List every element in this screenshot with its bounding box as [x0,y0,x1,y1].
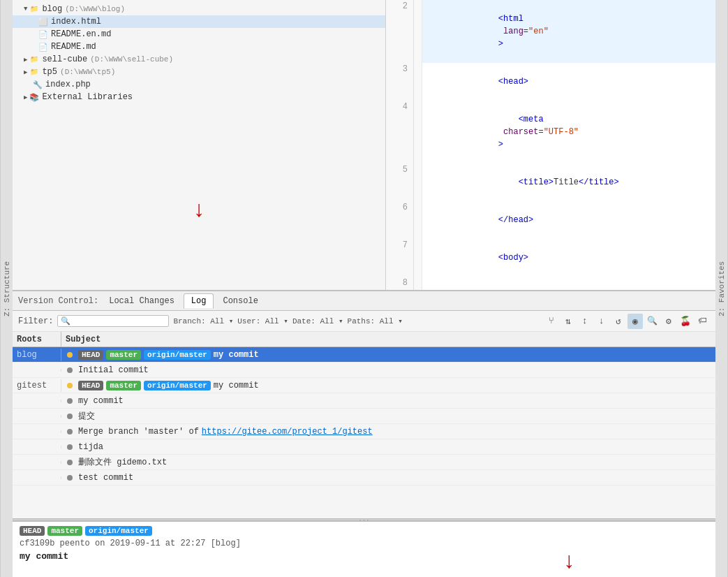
md-file-icon: 📄 [38,29,49,40]
head-tag: HEAD [78,350,103,360]
header-roots: Roots [13,332,61,346]
detail-message: my commit [20,551,708,562]
log-row-mycommit[interactable]: my commit [13,393,715,409]
code-line-7: 7 <body> [386,239,715,277]
commit-message: Merge branch 'master' of [78,427,199,437]
search-icon: 🔍 [61,316,70,326]
file-tree-panel: ▼ 📁 blog (D:\WWW\blog) ⬜ index.html 📄 RE… [13,0,386,290]
log-subject-cell: HEAD master origin/master my commit [61,349,715,361]
z-structure-label: Z: Structure [3,261,11,316]
commit-message: Initial commit [78,365,149,375]
tree-item-external-libs[interactable]: ▶ 📚 External Libraries [13,91,385,103]
highlight-icon[interactable]: ◉ [627,314,643,329]
detail-meta: cf3109b peento on 2019-09-11 at 22:27 [b… [20,539,708,548]
tree-item-tp5[interactable]: ▶ 📁 tp5 (D:\WWW\tp5) [13,66,385,78]
favorites-sidebar[interactable]: 2: Favorites [715,0,728,577]
code-line-5: 5 <title>Title</title> [386,163,715,201]
refresh-icon[interactable]: ↺ [611,314,626,329]
merge-link[interactable]: https://gitee.com/project_1/gitest [202,427,373,437]
tab-bar: Version Control: Local Changes Log Conso… [13,291,715,311]
chevron-down-icon: ▼ [24,6,27,13]
tree-item-label: README.md [51,42,96,52]
log-row-tijiao[interactable]: 提交 [13,409,715,424]
commit-message: tijda [78,442,103,452]
detail-master-tag: master [47,526,82,536]
tree-item-blog[interactable]: ▼ 📁 blog (D:\WWW\blog) [13,3,385,15]
external-libs-icon: ▶ [24,94,27,101]
commit-message: my commit [214,350,259,360]
tab-local-changes[interactable]: Local Changes [101,293,182,309]
commit-message: test commit [78,473,133,483]
tree-item-index-php[interactable]: 🔧 index.php [13,78,385,91]
collapse-icon[interactable]: ⇅ [560,314,576,329]
log-row-initial[interactable]: Initial commit [13,363,715,378]
paths-filter[interactable]: Paths: All ▾ [348,316,403,326]
date-filter[interactable]: Date: All ▾ [292,316,343,326]
tree-item-label: External Libraries [42,92,133,102]
tab-console[interactable]: Console [215,293,265,309]
tree-item-index-html[interactable]: ⬜ index.html [13,15,385,28]
log-row-blog-head[interactable]: blog HEAD master origin/master my commit [13,347,715,363]
favorites-label: 2: Favorites [718,261,726,316]
filter-input[interactable] [73,317,156,326]
version-control-label: Version Control: [18,296,98,306]
folder-icon2: 📁 [29,54,40,65]
find-icon[interactable]: 🔍 [644,314,660,329]
code-line-4: 4 <meta charset="UTF-8" > [386,101,715,163]
log-roots-cell: gitest [13,379,61,392]
header-subject: Subject [61,332,715,346]
code-line-8: 8 <h1>hello world!</h1> [386,277,715,290]
filter-bar: Filter: 🔍 Branch: All ▾ User: All ▾ Date… [13,311,715,332]
tree-item-path: (D:\WWW\blog) [65,5,125,13]
branch-icon[interactable]: ⑂ [544,314,559,329]
log-row-test-commit[interactable]: test commit [13,470,715,485]
commit-dot [67,352,73,358]
tree-item-label: README.en.md [51,29,111,39]
z-structure-sidebar[interactable]: Z: Structure [0,0,13,577]
code-line-6: 6 </head> [386,201,715,239]
origin-master-tag: origin/master [144,350,211,360]
tree-item-readme[interactable]: 📄 README.md [13,41,385,53]
log-roots-cell [13,369,61,372]
log-row-delete[interactable]: 删除文件 gidemo.txt [13,455,715,470]
bottom-arrow-annotation: ↓ [563,551,576,574]
branch-filter[interactable]: Branch: All ▾ [173,316,233,326]
log-table-header: Roots Subject [13,332,715,347]
tree-item-label: sell-cube [42,54,87,64]
tree-item-sell-cube[interactable]: ▶ 📁 sell-cube (D:\WWW\sell-cube) [13,53,385,66]
log-table-container: Roots Subject blog HEAD master origin/ma… [13,332,715,518]
tab-log[interactable]: Log [184,293,214,309]
log-roots-cell: blog [13,349,61,361]
folder-icon: 📁 [29,3,40,15]
detail-head-tag: HEAD [20,526,45,536]
user-filter[interactable]: User: All ▾ [237,316,288,326]
log-subject-cell: HEAD master origin/master my commit [61,379,715,392]
arrow-down-icon[interactable]: ↓ [594,314,609,329]
commit-message: 提交 [78,410,95,422]
tag-icon[interactable]: 🏷 [694,314,710,329]
log-row-tijda[interactable]: tijda [13,439,715,455]
tree-item-label: tp5 [42,67,57,77]
code-line-2: 2 <html lang="en" > [386,0,715,63]
tree-item-readme-en[interactable]: 📄 README.en.md [13,28,385,41]
log-row-merge[interactable]: Merge branch 'master' of https://gitee.c… [13,424,715,439]
php-file-icon: 🔧 [32,79,43,90]
commit-detail-panel: HEAD master origin/master cf3109b peento… [13,521,715,577]
tree-item-label: index.html [51,17,101,27]
settings-icon[interactable]: ⚙ [661,314,676,329]
md-file-icon2: 📄 [38,41,49,52]
log-row-gitest-head[interactable]: gitest HEAD master origin/master my comm… [13,378,715,393]
detail-tags: HEAD master origin/master [20,526,708,536]
sort-icon[interactable]: ↕ [577,314,593,329]
folder-icon3: 📁 [29,66,40,78]
master-tag: master [106,350,141,360]
filter-input-wrap[interactable]: 🔍 [57,315,169,327]
down-arrow-annotation: ↓ [192,200,205,222]
cherry-icon[interactable]: 🍒 [678,314,693,329]
commit-message: my commit [78,396,124,406]
tree-item-path3: (D:\WWW\tp5) [60,68,115,76]
tree-item-label: blog [42,4,62,14]
code-editor-panel: 2 <html lang="en" > 3 <head> [386,0,715,290]
code-line-3: 3 <head> [386,63,715,101]
version-control-panel: Version Control: Local Changes Log Conso… [13,290,715,577]
